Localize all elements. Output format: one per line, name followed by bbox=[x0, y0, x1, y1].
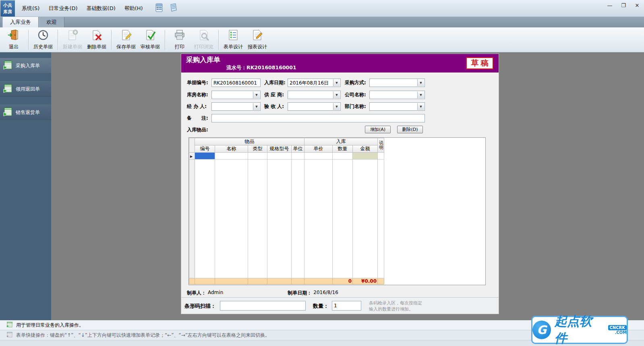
grid-cell-type[interactable] bbox=[248, 153, 267, 160]
sidebar-item-label: 采购入库单 bbox=[16, 62, 40, 69]
form-design-button[interactable]: 表单设计 bbox=[221, 29, 245, 51]
window-controls: — ❐ ✕ bbox=[603, 0, 644, 17]
supplier-select[interactable] bbox=[288, 91, 341, 99]
grid-totals-row: 0 ¥0.00 bbox=[189, 278, 384, 284]
toolbar-separator bbox=[58, 30, 58, 50]
make-date-label: 制单日期： bbox=[288, 290, 312, 296]
group-header-goods: 物品 bbox=[195, 138, 304, 145]
print-preview-label: 打印浏览 bbox=[194, 44, 213, 50]
history-clock-icon bbox=[37, 29, 49, 42]
audit-check-icon bbox=[144, 29, 156, 42]
delete-doc-label: 删除单据 bbox=[87, 44, 106, 50]
doc-no-input[interactable] bbox=[211, 79, 261, 87]
tab-inbound-business[interactable]: 入库业务 bbox=[2, 17, 39, 27]
row-selector-arrow-icon[interactable] bbox=[189, 153, 195, 160]
title-bar: 小兵 库房 系统(S) 日常业务(D) 基础数据(D) 帮助(H) — ❐ ✕ bbox=[0, 0, 644, 17]
exit-label: 退出 bbox=[9, 44, 19, 50]
calculator-icon[interactable] bbox=[155, 3, 164, 14]
chevron-down-icon[interactable] bbox=[333, 79, 340, 86]
new-doc-button[interactable]: 新建单据 bbox=[60, 29, 85, 51]
chevron-down-icon[interactable] bbox=[417, 79, 424, 86]
sidebar-item-label: 销售退货单 bbox=[16, 109, 40, 116]
exit-button[interactable]: 退出 bbox=[2, 29, 26, 51]
sidebar-item-purchase-inbound[interactable]: 采购入库单 bbox=[0, 58, 51, 73]
history-docs-label: 历史单据 bbox=[33, 44, 53, 50]
inbound-date-label: 入库日期: bbox=[264, 79, 288, 86]
grid-group-header-row: 物品 入库 说明 bbox=[189, 138, 384, 145]
toolbar-separator bbox=[218, 30, 219, 50]
menu-item-daily-business[interactable]: 日常业务(D) bbox=[44, 0, 82, 17]
remark-input[interactable] bbox=[211, 114, 425, 122]
department-label: 部门名称: bbox=[345, 103, 369, 110]
sidebar-item-requisition-return[interactable]: 领用退回单 bbox=[0, 81, 51, 97]
total-quantity: 0 bbox=[333, 278, 353, 284]
barcode-qty-input[interactable] bbox=[332, 301, 361, 311]
add-item-button[interactable]: 增加(A) bbox=[365, 126, 391, 133]
menu-item-help[interactable]: 帮助(H) bbox=[120, 0, 147, 17]
document-tab-bar: 入库业务 欢迎 bbox=[0, 17, 644, 27]
inspector-select[interactable] bbox=[288, 102, 341, 111]
menu-bar: 系统(S) 日常业务(D) 基础数据(D) 帮助(H) bbox=[17, 0, 147, 17]
column-header-type: 类型 bbox=[248, 145, 267, 153]
serial-number: 流水号：RK201608160001 bbox=[226, 64, 296, 71]
menu-item-system[interactable]: 系统(S) bbox=[17, 0, 44, 17]
handler-select[interactable] bbox=[211, 102, 261, 111]
app-logo-line1: 小兵 bbox=[0, 2, 15, 9]
barcode-qty-label: 数量： bbox=[313, 302, 329, 310]
barcode-input[interactable] bbox=[220, 301, 306, 311]
audit-doc-button[interactable]: 审核单据 bbox=[138, 29, 162, 51]
grid-cell-qty[interactable] bbox=[333, 153, 353, 160]
grid-cell-amount[interactable] bbox=[353, 153, 378, 160]
grid-cell-spec[interactable] bbox=[267, 153, 292, 160]
total-amount: ¥0.00 bbox=[353, 278, 378, 284]
quick-launch-icons bbox=[155, 3, 178, 14]
grid-cell-unit[interactable] bbox=[292, 153, 304, 160]
report-design-button[interactable]: 报表设计 bbox=[245, 29, 269, 51]
maximize-button[interactable]: ❐ bbox=[617, 0, 630, 10]
inbound-date-value: 2016年08月16日 bbox=[290, 80, 333, 87]
chevron-down-icon[interactable] bbox=[333, 103, 340, 110]
app-logo: 小兵 库房 bbox=[0, 0, 15, 17]
group-header-inbound: 入库 bbox=[304, 138, 378, 145]
menu-item-base-data[interactable]: 基础数据(D) bbox=[82, 0, 120, 17]
grid-data-row bbox=[189, 153, 384, 160]
print-button[interactable]: 打印 bbox=[168, 29, 192, 51]
delete-item-button[interactable]: 删除(D) bbox=[397, 126, 423, 133]
cncrk-watermark: G 起点软件 CNCRK .COM bbox=[531, 316, 628, 344]
notebook-icon[interactable] bbox=[169, 3, 178, 14]
tab-welcome[interactable]: 欢迎 bbox=[39, 17, 64, 27]
barcode-scan-label: 条形码扫描： bbox=[184, 302, 216, 310]
history-docs-button[interactable]: 历史单据 bbox=[31, 29, 55, 51]
delete-doc-button[interactable]: 删除单据 bbox=[85, 29, 109, 51]
supplier-label: 供 应 商: bbox=[264, 91, 288, 98]
chevron-down-icon[interactable] bbox=[333, 91, 340, 98]
company-label: 公司名称: bbox=[345, 91, 369, 98]
sidebar-item-sales-return[interactable]: 销售退货单 bbox=[0, 105, 51, 120]
chevron-down-icon[interactable] bbox=[253, 91, 260, 98]
green-sheet-icon bbox=[3, 60, 13, 71]
warehouse-select[interactable] bbox=[211, 91, 261, 99]
form-design-icon bbox=[227, 29, 239, 42]
grid-cell-name[interactable] bbox=[215, 153, 248, 160]
printer-icon bbox=[174, 29, 186, 42]
chevron-down-icon[interactable] bbox=[417, 91, 424, 98]
maker-info-row: 制单人： Admin 制单日期： 2016/8/16 bbox=[187, 290, 338, 296]
draft-stamp: 草稿 bbox=[466, 57, 493, 69]
department-select[interactable] bbox=[369, 102, 425, 111]
company-select[interactable] bbox=[369, 91, 425, 99]
toolbar-separator bbox=[28, 30, 29, 50]
print-preview-button[interactable]: 打印浏览 bbox=[192, 29, 216, 51]
chevron-down-icon[interactable] bbox=[253, 103, 260, 110]
green-sheet-icon bbox=[3, 107, 13, 118]
items-grid: 物品 入库 说明 编号 名称 类型 规格型号 单位 单价 数量 金额 bbox=[188, 137, 486, 285]
chevron-down-icon[interactable] bbox=[417, 103, 424, 110]
grid-cell-price[interactable] bbox=[304, 153, 333, 160]
minimize-button[interactable]: — bbox=[603, 0, 617, 10]
purchase-method-select[interactable] bbox=[369, 79, 425, 87]
close-button[interactable]: ✕ bbox=[630, 0, 644, 10]
save-doc-button[interactable]: 保存单据 bbox=[114, 29, 138, 51]
status-text-2: 表单快捷操作：键盘的“↑”、“↓”上下方向键可以快速增加表单记录；“←”、“→”… bbox=[16, 332, 270, 339]
inbound-date-picker[interactable]: 2016年08月16日 bbox=[288, 79, 341, 87]
grid-cell-note[interactable] bbox=[378, 153, 384, 160]
grid-cell-code-selected[interactable] bbox=[195, 153, 215, 160]
